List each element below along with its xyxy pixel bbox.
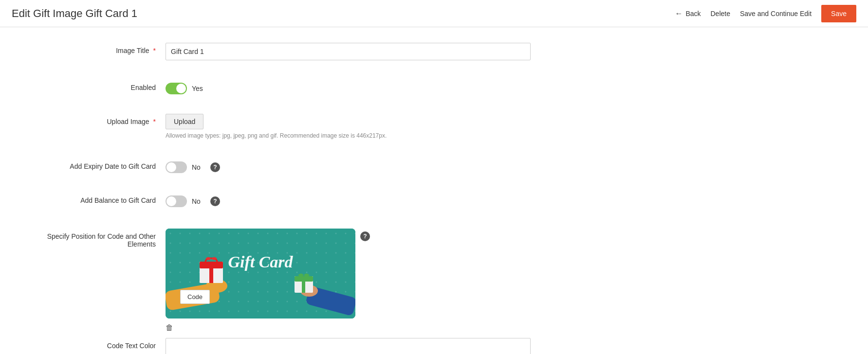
add-balance-label: Add Balance to Gift Card [19, 193, 166, 204]
add-balance-toggle-container: No ? [166, 193, 555, 207]
add-expiry-label: Add Expiry Date to Gift Card [19, 159, 166, 170]
save-button[interactable]: Save [821, 5, 856, 22]
specify-position-row: Specify Position for Code and Other Elem… [19, 223, 849, 322]
enabled-row: Enabled Yes [19, 76, 849, 98]
enabled-toggle-container: Yes [166, 80, 555, 94]
enabled-field: Yes [166, 80, 555, 94]
delete-button[interactable]: Delete [711, 10, 730, 18]
save-continue-button[interactable]: Save and Continue Edit [740, 10, 812, 18]
gift-card-preview-wrapper: Gift Card [166, 229, 355, 319]
code-text-color-label: Code Text Color [19, 338, 166, 350]
back-label: Back [685, 10, 701, 18]
add-expiry-text: No [192, 163, 201, 171]
specify-position-field: Gift Card [166, 227, 555, 319]
upload-image-field: Upload Allowed image types: jpg, jpeg, p… [166, 114, 555, 139]
add-balance-field: No ? [166, 193, 555, 207]
upload-button[interactable]: Upload [166, 114, 203, 129]
required-star-upload: * [151, 118, 156, 125]
code-text-color-field [166, 338, 555, 354]
add-expiry-toggle[interactable] [166, 161, 187, 173]
toggle-slider [166, 83, 187, 94]
back-button[interactable]: ← Back [675, 9, 701, 18]
image-title-row: Image Title * [19, 39, 849, 64]
balance-help-icon[interactable]: ? [210, 196, 220, 206]
form-content: Image Title * Enabled Yes Upload Image *… [0, 27, 868, 354]
page-header: Edit Gift Image Gift Card 1 ← Back Delet… [0, 0, 868, 27]
add-balance-text: No [192, 197, 201, 205]
code-box[interactable]: Code [180, 290, 210, 304]
add-balance-toggle[interactable] [166, 195, 187, 207]
upload-image-label: Upload Image * [19, 114, 166, 125]
gift-card-preview: Gift Card [166, 229, 355, 319]
page-title: Edit Gift Image Gift Card 1 [12, 7, 137, 20]
gift-card-svg: Gift Card [166, 229, 355, 319]
add-expiry-toggle-container: No ? [166, 159, 555, 173]
add-expiry-row: Add Expiry Date to Gift Card No ? [19, 155, 849, 177]
upload-image-row: Upload Image * Upload Allowed image type… [19, 110, 849, 143]
image-title-field [166, 43, 555, 60]
expiry-help-icon[interactable]: ? [210, 162, 220, 172]
upload-hint: Allowed image types: jpg, jpeg, png and … [166, 132, 555, 139]
add-balance-row: Add Balance to Gift Card No ? [19, 189, 849, 211]
enabled-text: Yes [192, 85, 203, 92]
code-text-color-input[interactable] [166, 338, 531, 354]
image-title-input[interactable] [166, 43, 531, 60]
arrow-left-icon: ← [675, 9, 683, 18]
specify-position-label: Specify Position for Code and Other Elem… [19, 227, 166, 248]
add-expiry-field: No ? [166, 159, 555, 173]
svg-rect-15 [302, 276, 305, 293]
toggle-slider-expiry [166, 161, 187, 173]
image-title-label: Image Title * [19, 43, 166, 54]
toggle-slider-balance [166, 195, 187, 207]
enabled-toggle[interactable] [166, 83, 187, 94]
delete-preview-button[interactable]: 🗑 [166, 323, 173, 332]
position-help-icon[interactable]: ? [360, 231, 370, 241]
enabled-label: Enabled [19, 80, 166, 91]
required-star: * [151, 47, 156, 54]
header-actions: ← Back Delete Save and Continue Edit Sav… [675, 5, 856, 22]
svg-text:Gift Card: Gift Card [228, 253, 293, 271]
code-text-color-row: Code Text Color [19, 334, 849, 354]
